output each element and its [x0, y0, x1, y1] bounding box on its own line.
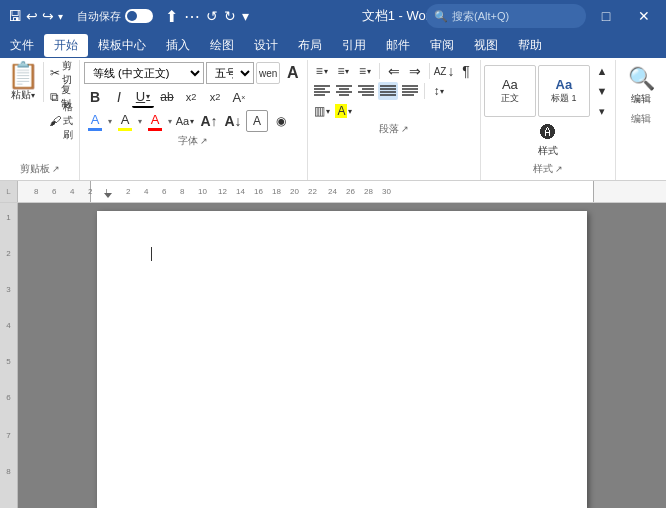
paste-button[interactable]: 📋 粘贴▾: [7, 62, 44, 102]
clipboard-expand-icon[interactable]: ↗: [52, 164, 60, 174]
align-right-button[interactable]: [356, 82, 376, 100]
menu-help[interactable]: 帮助: [508, 34, 552, 57]
indent-marker[interactable]: [104, 193, 112, 198]
font-name-select[interactable]: 等线 (中文正文): [84, 62, 204, 84]
ruler-track: 8 6 4 2 2 4 6 8 10 12 14 16 18 20 22 24 …: [18, 181, 666, 202]
shrink-font-button[interactable]: A↓: [222, 110, 244, 132]
search-placeholder: 搜索(Alt+Q): [452, 9, 509, 24]
font-A-btn[interactable]: A: [282, 62, 303, 84]
page-scroll-area[interactable]: [18, 203, 666, 508]
styles-buttons: 🅐 样式: [533, 122, 563, 160]
line-spacing-button[interactable]: ↕▾: [429, 82, 449, 100]
para-divider2: [429, 63, 430, 79]
para-list-row: ≡▾ ≡▾ ≡▾ ⇐ ⇒ AZ↓ ¶: [312, 62, 476, 80]
superscript-button[interactable]: x2: [204, 86, 226, 108]
autosave-toggle[interactable]: [125, 9, 153, 23]
underline-button[interactable]: U▾: [132, 86, 154, 108]
editing-label: 编辑: [620, 110, 662, 128]
multilevel-button[interactable]: ≡▾: [355, 62, 375, 80]
share-icon[interactable]: ⋯: [184, 7, 200, 26]
para-border-row: ▥▾ A▾: [312, 102, 476, 120]
normal-style[interactable]: Aa 正文: [484, 65, 536, 117]
menu-draw[interactable]: 绘图: [200, 34, 244, 57]
para-divider3: [424, 83, 425, 99]
italic-button[interactable]: I: [108, 86, 130, 108]
aa-button[interactable]: Aa▾: [174, 110, 196, 132]
upload-icon[interactable]: ⬆: [165, 7, 178, 26]
menu-mailings[interactable]: 邮件: [376, 34, 420, 57]
font-color-row: A ▾ A ▾ A ▾ Aa▾ A↑ A↓ A ◉: [84, 110, 303, 132]
font-color-arrow[interactable]: ▾: [108, 117, 112, 126]
distributed-button[interactable]: [400, 82, 420, 100]
increase-indent-button[interactable]: ⇒: [405, 62, 425, 80]
styles-more-btn[interactable]: ▾: [592, 102, 612, 120]
customize-qa-icon[interactable]: ▾: [58, 11, 63, 22]
cut-button[interactable]: ✂ 剪切: [50, 62, 72, 84]
menu-insert[interactable]: 插入: [156, 34, 200, 57]
restore-btn[interactable]: □: [588, 0, 624, 32]
heading1-style[interactable]: Aa 标题 1: [538, 65, 590, 117]
find-button[interactable]: 🔍 编辑: [624, 62, 659, 110]
show-marks-button[interactable]: ¶: [456, 62, 476, 80]
page-content[interactable]: [97, 211, 587, 491]
styles-expand-icon[interactable]: ↗: [555, 164, 563, 174]
format-painter-button[interactable]: 🖌 格式刷: [50, 110, 72, 132]
styles-label: 样式 ↗: [485, 160, 611, 178]
menu-home[interactable]: 开始: [44, 34, 88, 57]
subscript-button[interactable]: x2: [180, 86, 202, 108]
paragraph-expand-icon[interactable]: ↗: [401, 124, 409, 134]
para-divider1: [379, 63, 380, 79]
title-bar: 🖫 ↩ ↪ ▾ 自动保存 ⬆ ⋯ ↺ ↻ ▾ 文档1 - Word 🔍 搜索(A…: [0, 0, 666, 32]
strikethrough-button[interactable]: ab: [156, 86, 178, 108]
font-size-select[interactable]: 五号: [206, 62, 254, 84]
menu-bar: 文件 开始 模板中心 插入 绘图 设计 布局 引用 邮件 审阅 视图 帮助: [0, 32, 666, 58]
font-expand-icon[interactable]: ↗: [200, 136, 208, 146]
bold-button[interactable]: B: [84, 86, 106, 108]
numbering-button[interactable]: ≡▾: [334, 62, 354, 80]
decrease-indent-button[interactable]: ⇐: [384, 62, 404, 80]
menu-references[interactable]: 引用: [332, 34, 376, 57]
clear-format-button[interactable]: A×: [228, 86, 250, 108]
align-left-button[interactable]: [312, 82, 332, 100]
undo2-icon[interactable]: ↺: [206, 8, 218, 24]
shading-button[interactable]: A▾: [334, 102, 354, 120]
menu-file[interactable]: 文件: [0, 34, 44, 57]
align-center-button[interactable]: [334, 82, 354, 100]
borders-button[interactable]: ▥▾: [312, 102, 332, 120]
font-shading-arrow[interactable]: ▾: [168, 117, 172, 126]
redo-icon[interactable]: ↪: [42, 8, 54, 24]
highlight-arrow[interactable]: ▾: [138, 117, 142, 126]
styles-button[interactable]: 🅐 样式: [533, 122, 563, 160]
search-bar[interactable]: 🔍 搜索(Alt+Q): [426, 4, 586, 28]
doc-area: 1 2 3 4 5 6 7 8: [0, 203, 666, 508]
font-group: 等线 (中文正文) 五号 wen A B I U▾ ab x2: [80, 60, 308, 180]
char-shading-button[interactable]: ◉: [270, 110, 292, 132]
menu-view[interactable]: 视图: [464, 34, 508, 57]
close-btn[interactable]: ✕: [626, 0, 662, 32]
undo-icon[interactable]: ↩: [26, 8, 38, 24]
more-icon[interactable]: ▾: [242, 8, 249, 24]
highlight-button[interactable]: A: [114, 110, 136, 132]
document-page[interactable]: [97, 211, 587, 508]
sort-button[interactable]: AZ↓: [434, 62, 454, 80]
char-border-button[interactable]: A: [246, 110, 268, 132]
ruler-corner-icon[interactable]: L: [0, 181, 17, 202]
menu-template[interactable]: 模板中心: [88, 34, 156, 57]
styles-down-btn[interactable]: ▼: [592, 82, 612, 100]
menu-review[interactable]: 审阅: [420, 34, 464, 57]
styles-up-btn[interactable]: ▲: [592, 62, 612, 80]
grow-font-button[interactable]: A↑: [198, 110, 220, 132]
para-align-row: ↕▾: [312, 82, 476, 100]
redo2-icon[interactable]: ↻: [224, 8, 236, 24]
font-shading-button[interactable]: A: [144, 110, 166, 132]
bullets-button[interactable]: ≡▾: [312, 62, 332, 80]
menu-layout[interactable]: 布局: [288, 34, 332, 57]
styles-group: Aa 正文 Aa 标题 1 ▲ ▼ ▾ 🅐 样式 样式: [481, 60, 616, 180]
font-label: 字体 ↗: [84, 132, 303, 150]
justify-button[interactable]: [378, 82, 398, 100]
menu-design[interactable]: 设计: [244, 34, 288, 57]
clipboard-secondary: ✂ 剪切 ⧉ 复制 🖌 格式刷: [46, 62, 72, 132]
save-icon[interactable]: 🖫: [8, 8, 22, 24]
font-wen-btn[interactable]: wen: [256, 62, 280, 84]
font-color-button[interactable]: A: [84, 110, 106, 132]
